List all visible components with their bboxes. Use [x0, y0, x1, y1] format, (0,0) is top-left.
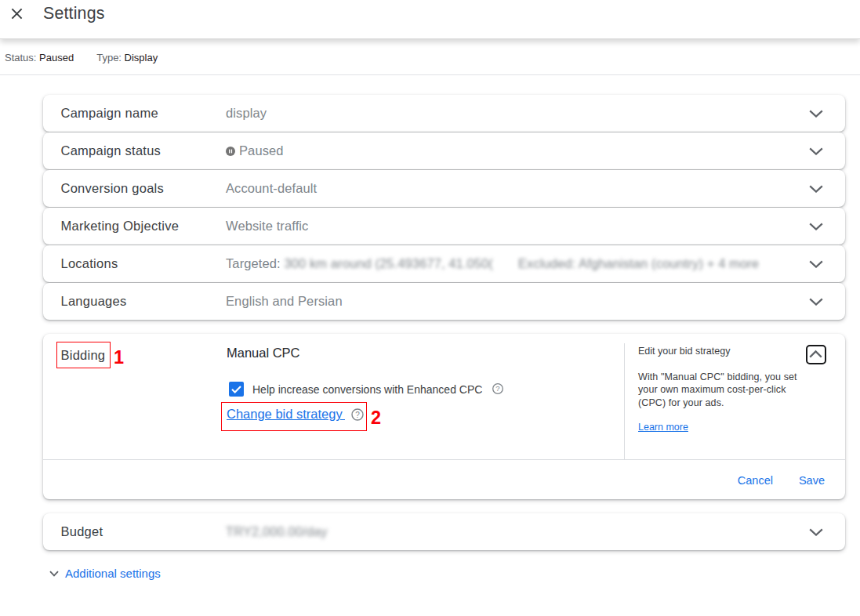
svg-text:?: ?: [495, 384, 499, 393]
